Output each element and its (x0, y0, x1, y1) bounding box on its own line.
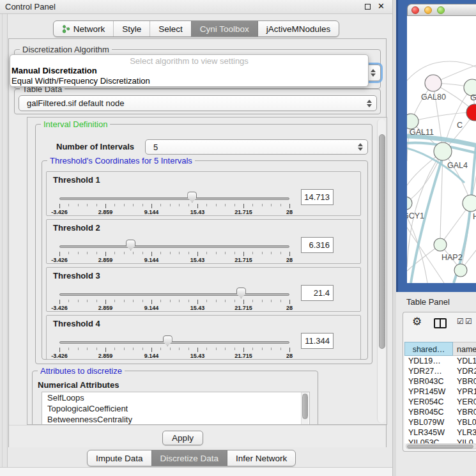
threshold-value[interactable]: 6.316 (301, 237, 334, 253)
network-node-h[interactable] (463, 195, 476, 211)
cell-shared-name: YBR043C (404, 376, 453, 387)
network-node-gal11[interactable] (407, 114, 418, 129)
network-node-c[interactable] (466, 104, 476, 121)
slider-track (59, 197, 289, 200)
table-row[interactable]: YDR27…YDR2 (404, 366, 476, 376)
tab-label: Style (122, 24, 141, 34)
float-window-icon[interactable] (365, 4, 371, 10)
slider-thumb[interactable] (187, 192, 197, 203)
network-icon (62, 25, 70, 33)
threshold-slider[interactable]: -3.4262.8599.14415.4321.71528 (59, 237, 291, 263)
tick-mark (216, 204, 217, 206)
tab-select[interactable]: Select (150, 21, 191, 36)
tab-discretize-data[interactable]: Discretize Data (151, 450, 227, 466)
tab-style[interactable]: Style (113, 21, 150, 36)
table-row[interactable]: YDL19…YDL1 (404, 356, 476, 366)
checkbox-icon[interactable]: ☑ (465, 317, 472, 326)
tick-mark (114, 204, 115, 206)
tick-mark (243, 252, 244, 256)
list-scrollbar (301, 392, 309, 425)
tick-mark (133, 252, 134, 254)
numerical-attributes-list[interactable]: SelfLoopsTopologicalCoefficientBetweenne… (42, 392, 310, 425)
table-row[interactable]: YBR045CYBR0 (404, 407, 476, 417)
threshold-slider[interactable]: -3.4262.8599.14415.4321.71528 (59, 285, 291, 311)
tick-mark (170, 204, 171, 206)
slider-thumb[interactable] (126, 240, 135, 250)
algorithm-option-equal-width-frequency-discretization[interactable]: Equal Width/Frequency Discretization (10, 76, 368, 86)
tab-impute-data[interactable]: Impute Data (88, 450, 151, 466)
table-row[interactable]: YPR145WYPR1 (404, 387, 476, 397)
tick-label: 15.43 (190, 257, 205, 263)
attribute-item-betweennesscentrality[interactable]: BetweennessCentrality (42, 414, 309, 425)
network-node-gal4[interactable] (434, 142, 452, 160)
threshold-value[interactable]: 14.713 (301, 189, 334, 205)
network-window-titlebar[interactable] (407, 4, 476, 16)
close-traffic-light-icon[interactable] (411, 6, 419, 14)
panel-left-gutter (0, 14, 8, 476)
attribute-item-selfloops[interactable]: SelfLoops (42, 392, 309, 403)
tick-mark (216, 300, 217, 302)
table-row[interactable]: YBL079WYBL0 (404, 417, 476, 427)
tab-jactivemnodules[interactable]: jActiveMNodules (257, 21, 339, 36)
threshold-value[interactable]: 11.344 (301, 333, 334, 349)
tick-mark (289, 252, 290, 256)
cell-name: YBR0 (453, 376, 476, 387)
table-row[interactable]: YER054CYER0 (404, 397, 476, 407)
tick-label: 9.144 (144, 305, 159, 311)
table-data-combobox[interactable]: galFiltered.sif default node (19, 95, 377, 111)
network-node-hap2[interactable] (434, 238, 447, 251)
tab-network[interactable]: Network (54, 21, 114, 36)
gear-icon[interactable]: ⚙ (412, 315, 422, 328)
scrollbar-thumb[interactable] (379, 134, 385, 349)
close-icon[interactable]: ✕ (378, 1, 385, 11)
tab-cyni-toolbox[interactable]: Cyni Toolbox (191, 21, 257, 36)
threshold-slider[interactable]: -3.4262.8599.14415.4321.71528 (59, 333, 291, 358)
cell-name: YBR0 (453, 407, 476, 417)
tick-mark (78, 348, 79, 350)
column-header-name[interactable]: name (453, 342, 476, 356)
network-view[interactable]: GAL80GCGAL11GAL4GCY1HHAP2 (407, 16, 476, 283)
tick-mark (280, 348, 281, 350)
network-node-unlabeled[interactable] (454, 264, 467, 277)
threshold-label: Threshold 4 (53, 319, 100, 328)
tick-mark (114, 348, 115, 350)
node-label: GAL4 (447, 161, 468, 170)
attribute-item-topologicalcoefficient[interactable]: TopologicalCoefficient (42, 403, 309, 414)
table-row[interactable]: YBR043CYBR0 (404, 376, 476, 387)
zoom-traffic-light-icon[interactable] (437, 6, 445, 14)
network-node-gal80[interactable] (425, 75, 441, 91)
control-panel-titlebar: Control Panel ✕ (0, 0, 392, 14)
tick-mark (96, 252, 97, 254)
control-panel: Control Panel ✕ NetworkStyleSelectCyni T… (0, 0, 392, 476)
scrollbar-thumb[interactable] (407, 445, 473, 449)
tick-label: 9.144 (144, 209, 159, 215)
tick-mark (59, 300, 60, 304)
number-of-intervals-combobox[interactable]: 5 (145, 139, 368, 155)
split-view-icon[interactable] (434, 318, 447, 328)
node-label: H (473, 212, 476, 221)
settings-scroll-panel: Interval Definition Number of Intervals … (27, 117, 387, 425)
checkbox-icon[interactable]: ☑ (457, 317, 464, 326)
threshold-slider[interactable]: -3.4262.8599.14415.4321.71528 (59, 189, 291, 215)
tab-label: Impute Data (96, 454, 143, 463)
table-row[interactable]: YIL053CYIL0 (404, 438, 476, 443)
apply-button[interactable]: Apply (162, 431, 203, 445)
tick-mark (179, 300, 180, 302)
tick-mark (252, 204, 253, 206)
table-row[interactable]: YLR345WYLR3 (404, 427, 476, 438)
scrollbar-thumb[interactable] (302, 394, 308, 419)
tick-mark (133, 204, 134, 206)
tick-mark (243, 348, 244, 352)
tick-label: 9.144 (144, 257, 159, 263)
column-header-shared-name[interactable]: shared… (404, 342, 453, 356)
tick-mark (170, 300, 171, 302)
minimize-traffic-light-icon[interactable] (424, 6, 432, 14)
slider-thumb[interactable] (163, 335, 173, 346)
threshold-value[interactable]: 21.4 (301, 285, 334, 301)
algorithm-option-manual-discretization[interactable]: Manual Discretization (10, 66, 368, 76)
tab-infer-network[interactable]: Infer Network (227, 450, 295, 466)
table-panel: Table Panel ⚙ ☑ ☑ shared… name YDL19…YDL… (396, 292, 476, 476)
tick-mark (271, 252, 272, 254)
slider-thumb[interactable] (236, 288, 246, 298)
slider-track (59, 341, 289, 344)
